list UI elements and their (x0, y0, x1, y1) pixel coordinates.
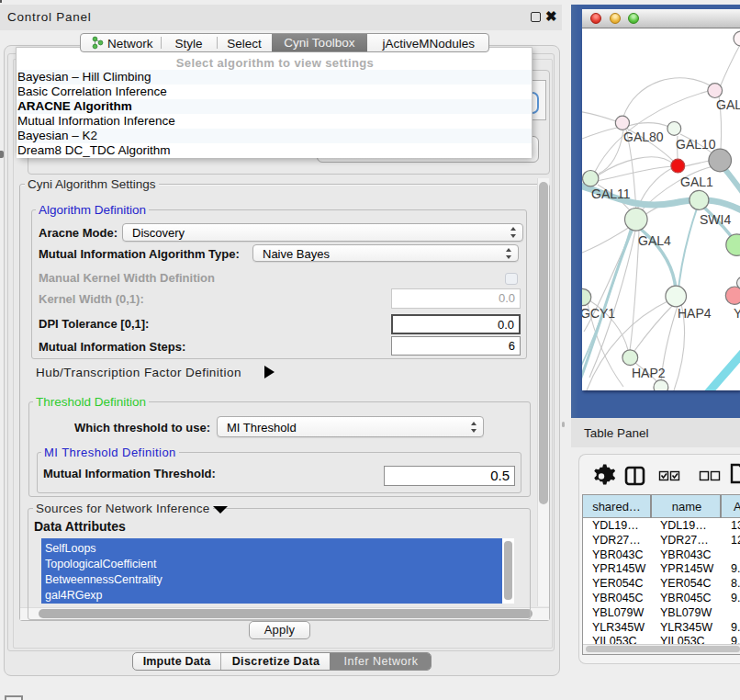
svg-text:Y: Y (734, 306, 740, 321)
svg-text:HAP2: HAP2 (632, 366, 666, 380)
svg-text:GAL4: GAL4 (638, 233, 671, 248)
svg-text:GAL10: GAL10 (676, 137, 716, 152)
svg-text:GAL1: GAL1 (680, 175, 713, 189)
svg-text:GAL7: GAL7 (716, 97, 740, 112)
svg-text:HAP4: HAP4 (678, 306, 712, 321)
svg-text:SWI4: SWI4 (700, 212, 731, 227)
svg-text:GAL11: GAL11 (591, 186, 631, 201)
svg-text:GCY1: GCY1 (582, 306, 615, 321)
svg-text:GAL80: GAL80 (623, 130, 664, 144)
